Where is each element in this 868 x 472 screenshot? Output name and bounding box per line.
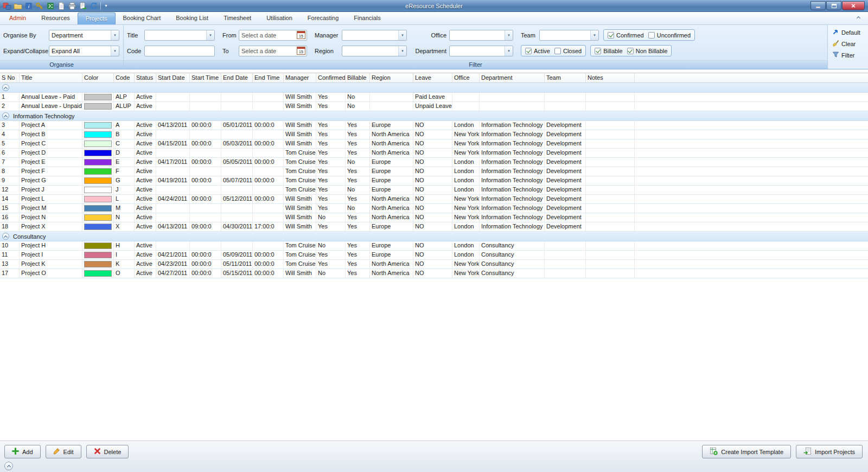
column-header-office[interactable]: Office <box>452 73 480 82</box>
column-header-start_date[interactable]: Start Date <box>156 73 190 82</box>
checkbox-box[interactable] <box>648 32 655 39</box>
calendar-icon[interactable]: 15 <box>297 31 305 39</box>
column-header-region[interactable]: Region <box>370 73 413 82</box>
add-button[interactable]: Add <box>4 445 41 458</box>
tab-admin[interactable]: Admin <box>2 12 34 24</box>
confirmed-checkbox[interactable]: Confirmed <box>608 32 644 39</box>
closed-checkbox[interactable]: Closed <box>554 48 582 54</box>
table-row[interactable]: 10Project HHActiveTom CruiseNoYesEuropeN… <box>0 241 868 251</box>
checkbox-box[interactable] <box>554 48 561 54</box>
table-row[interactable]: 3Project AAActive04/13/201100:00:005/01/… <box>0 121 868 130</box>
close-button[interactable]: × <box>842 1 865 10</box>
table-row[interactable]: 18Project XXActive04/13/201109:00:004/30… <box>0 222 868 232</box>
key-icon[interactable] <box>34 1 44 11</box>
chevron-down-icon[interactable]: ▼ <box>505 30 513 40</box>
table-row[interactable]: 17Project OOActive04/27/201100:00:005/15… <box>0 269 868 278</box>
chevron-down-icon[interactable]: ▼ <box>505 46 513 56</box>
open-folder-icon[interactable] <box>12 1 23 11</box>
group-row[interactable] <box>0 83 868 93</box>
billable-checkbox[interactable]: Billable <box>595 48 622 54</box>
from-date-input[interactable]: Select a date 15 <box>239 30 307 41</box>
region-select[interactable]: ▼ <box>342 46 407 56</box>
maximize-button[interactable] <box>826 1 841 10</box>
table-row[interactable]: 11Project IIActive04/21/201100:00:005/09… <box>0 251 868 260</box>
print-icon[interactable] <box>67 1 77 11</box>
edit-button[interactable]: Edit <box>46 445 81 458</box>
tab-financials[interactable]: Financials <box>346 12 388 24</box>
table-row[interactable]: 8Project FFActiveTom CruiseYesYesEuropeN… <box>0 167 868 176</box>
column-header-team[interactable]: Team <box>545 73 586 82</box>
collapse-group-icon[interactable] <box>2 112 9 119</box>
column-header-title[interactable]: Title <box>20 73 82 82</box>
group-row-consultancy[interactable]: Consultancy <box>0 232 868 241</box>
checkbox-box[interactable] <box>525 48 532 54</box>
table-row[interactable]: 12Project JJActiveTom CruiseYesNoEuropeN… <box>0 186 868 195</box>
column-header-end_date[interactable]: End Date <box>221 73 253 82</box>
office-select[interactable]: ▼ <box>449 30 513 41</box>
chevron-down-icon[interactable]: ▼ <box>111 46 119 56</box>
table-row[interactable]: 13Project KKActive04/23/201100:00:005/11… <box>0 260 868 269</box>
collapse-group-icon[interactable] <box>2 233 9 240</box>
info-icon[interactable]: i <box>23 1 34 11</box>
checkbox-box[interactable] <box>595 48 601 54</box>
column-header-status[interactable]: Status <box>135 73 156 82</box>
manager-select[interactable]: ▼ <box>342 30 407 41</box>
clear-button[interactable]: Clear <box>829 38 866 49</box>
chevron-down-icon[interactable]: ▼ <box>206 30 214 40</box>
collapse-group-icon[interactable] <box>2 84 9 91</box>
table-row[interactable]: 15Project MMActiveWill SmithYesNoNorth A… <box>0 204 868 213</box>
tab-booking-chart[interactable]: Booking Chart <box>116 12 169 24</box>
tab-booking-list[interactable]: Booking List <box>168 12 216 24</box>
unconfirmed-checkbox[interactable]: Unconfirmed <box>648 32 691 39</box>
table-row[interactable]: 6Project DDActiveTom CruiseYesYesNorth A… <box>0 149 868 158</box>
table-row[interactable]: 7Project EEActive04/17/201100:00:005/05/… <box>0 158 868 167</box>
column-header-code[interactable]: Code <box>114 73 135 82</box>
checkbox-box[interactable] <box>627 48 634 54</box>
table-row[interactable]: 5Project CCActive04/15/201100:00:005/03/… <box>0 139 868 149</box>
tab-resources[interactable]: Resources <box>34 12 78 24</box>
column-header-end_time[interactable]: End Time <box>253 73 284 82</box>
table-row[interactable]: 4Project BBActiveWill SmithYesYesNorth A… <box>0 130 868 139</box>
group-row-information-technology[interactable]: Information Technology <box>0 111 868 121</box>
organise-by-select[interactable]: Department ▼ <box>49 30 119 41</box>
column-header-sno[interactable]: S No <box>0 73 20 82</box>
active-checkbox[interactable]: Active <box>525 48 550 54</box>
table-row[interactable]: 16Project NNActiveWill SmithNoYesNorth A… <box>0 213 868 222</box>
column-header-leave[interactable]: Leave <box>413 73 452 82</box>
title-combo[interactable]: ▼ <box>144 30 215 41</box>
tab-forecasting[interactable]: Forecasting <box>300 12 346 24</box>
column-header-billable[interactable]: Billable <box>346 73 370 82</box>
column-header-department[interactable]: Department <box>480 73 545 82</box>
app-icon[interactable] <box>2 1 12 11</box>
new-document-icon[interactable] <box>56 1 66 11</box>
calendar-icon[interactable]: 15 <box>297 47 305 55</box>
to-date-input[interactable]: Select a date 15 <box>239 46 307 56</box>
excel-icon[interactable] <box>45 1 55 11</box>
chevron-down-icon[interactable]: ▼ <box>590 30 598 40</box>
import-projects-button[interactable]: Import Projects <box>796 445 863 458</box>
department-select[interactable]: ▼ <box>449 46 513 56</box>
quick-access-menu-icon[interactable]: ▼ <box>103 4 110 8</box>
refresh-icon[interactable] <box>88 1 99 11</box>
checkbox-box[interactable] <box>608 32 614 39</box>
create-import-template-button[interactable]: Create Import Template <box>702 445 791 458</box>
collapse-panel-icon[interactable] <box>4 462 13 470</box>
table-row[interactable]: 1Annual Leave - PaidALPActiveWill SmithY… <box>0 93 868 102</box>
chevron-down-icon[interactable]: ▼ <box>398 30 406 40</box>
expand-collapse-select[interactable]: Expand All ▼ <box>49 46 119 56</box>
default-button[interactable]: Default <box>829 27 866 38</box>
filter-button[interactable]: Filter <box>829 49 866 61</box>
chevron-down-icon[interactable]: ▼ <box>111 30 119 40</box>
column-header-start_time[interactable]: Start Time <box>190 73 221 82</box>
non-billable-checkbox[interactable]: Non Billable <box>627 48 668 54</box>
column-header-manager[interactable]: Manager <box>284 73 316 82</box>
table-row[interactable]: 14Project LLActive04/24/201100:00:005/12… <box>0 195 868 204</box>
column-header-notes[interactable]: Notes <box>586 73 635 82</box>
tab-timesheet[interactable]: Timesheet <box>216 12 259 24</box>
export-icon[interactable] <box>78 1 88 11</box>
delete-button[interactable]: Delete <box>86 445 129 458</box>
table-row[interactable]: 9Project GGActive04/19/201100:00:005/07/… <box>0 176 868 186</box>
column-header-color[interactable]: Color <box>82 73 114 82</box>
code-input[interactable] <box>144 46 215 56</box>
team-select[interactable]: ▼ <box>539 30 599 41</box>
